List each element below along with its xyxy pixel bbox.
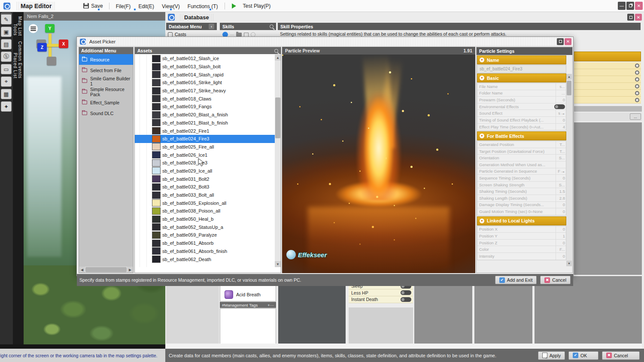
toggle-switch[interactable] — [401, 290, 411, 295]
settings-value[interactable]: 1 → — [556, 233, 566, 239]
settings-scrollbar[interactable]: ▲ ▼ — [566, 74, 572, 266]
settings-row[interactable]: Shaking Timing (Seconds) 1.5 → — [477, 188, 566, 195]
search-icon[interactable] — [274, 49, 278, 53]
preview-canvas[interactable]: Effekseer — [282, 55, 475, 273]
asset-row[interactable]: sb_ef_battle033_Bolt_all — [135, 191, 275, 199]
settings-value[interactable]: 0 → — [556, 208, 566, 215]
monitor-icon[interactable]: ▭ — [1, 64, 12, 74]
additional-menu-item[interactable]: Simple Resource Pack — [79, 86, 133, 97]
horizontal-scrollbar[interactable]: ◀ ▶ — [79, 267, 133, 273]
settings-row[interactable]: Intensity 0 → — [477, 253, 566, 260]
settings-value[interactable]: 1.5 → — [556, 188, 566, 195]
asset-row[interactable]: sb_ef_battle050_Heal_b — [135, 215, 275, 223]
asset-row[interactable]: sb_ef_battle032_Bolt3 — [135, 183, 275, 191]
settings-value[interactable]: 0 → — [556, 175, 566, 181]
settings-value[interactable]: F → — [556, 168, 566, 175]
asset-row[interactable]: sb_ef_battle025_Fire_all — [135, 143, 275, 151]
dialog-cancel-button[interactable]: ✖ Cancel — [540, 276, 571, 284]
settings-row[interactable]: Sequence Timing (Seconds) 0 → — [477, 175, 566, 182]
settings-row[interactable]: Damage Display Timing (Seconds... 0 → — [477, 202, 566, 209]
asset-row[interactable]: sb_ef_battle013_Slash_bolt — [135, 63, 275, 71]
folder-icon[interactable] — [236, 33, 242, 37]
settings-row[interactable]: Prewarm (Seconds) 0 → — [477, 97, 566, 103]
settings-row[interactable]: Guard Motion Timing (sec) 0=None 0 → — [477, 208, 566, 215]
collapse-icon[interactable]: ‹ — [209, 24, 214, 29]
settings-value[interactable]: 0 → — [556, 97, 566, 103]
asset-row[interactable]: sb_ef_battle035_Explosion_all — [135, 199, 275, 207]
slope-icon[interactable]: Ⓢ — [1, 52, 12, 62]
skill-list-item[interactable]: Acid Breath — [220, 288, 276, 301]
property-row[interactable] — [574, 62, 641, 69]
additional-menu-item[interactable]: Smile Game Builder 1 — [79, 76, 133, 86]
more-button[interactable]: ... — [630, 113, 641, 120]
settings-value[interactable]: 4 → — [556, 124, 566, 131]
settings-row[interactable]: Effect Play Time (Seconds) 0=Aut... 4 → — [477, 124, 566, 131]
asset-row[interactable]: sb_ef_battle059_Paralyze — [135, 231, 275, 239]
settings-value[interactable]: s → — [556, 110, 566, 116]
add-tag-button[interactable]: +··· — [267, 303, 274, 307]
asset-row[interactable]: sb_ef_battle014_Slash_rapid — [135, 70, 275, 79]
settings-row[interactable]: Screen Shaking Strength S... → — [477, 182, 566, 189]
section-battle-effects[interactable]: ▼ For Battle Effects — [477, 131, 566, 140]
scroll-right-icon[interactable]: ▶ — [127, 267, 133, 273]
event-folder-icon[interactable]: ▦ — [1, 89, 12, 99]
vertical-tab[interactable]: Common Events — [18, 40, 22, 80]
settings-row[interactable]: Position Y 1 → — [477, 233, 566, 240]
scroll-left-icon[interactable]: ◀ — [79, 267, 85, 273]
additional-menu-item[interactable]: Sound DLC — [79, 108, 133, 119]
save-button[interactable]: Save — [80, 2, 106, 10]
asset-row[interactable]: sb_ef_battle022_Fire1 — [135, 127, 275, 135]
menu-item[interactable]: File(F) — [112, 2, 135, 11]
minimize-button[interactable]: — — [618, 2, 626, 10]
property-row[interactable] — [574, 97, 641, 103]
additional-menu-item[interactable]: Select from File — [79, 65, 133, 76]
additional-menu-item[interactable]: Effect_Sample — [79, 97, 133, 108]
apply-button[interactable]: Apply — [538, 351, 565, 360]
asset-row[interactable]: sb_ef_battle024_Fire3 — [135, 135, 275, 143]
settings-value[interactable]: S... → — [556, 155, 566, 161]
settings-value[interactable]: T... → — [556, 148, 566, 155]
settings-value[interactable]: T... → — [556, 141, 566, 148]
camera-icon[interactable]: ⌖ — [1, 76, 12, 87]
settings-value[interactable]: 0 → — [556, 240, 566, 246]
copy-icon[interactable] — [244, 33, 249, 37]
settings-row[interactable]: Shaking Length (Seconds) 2.8 → — [477, 195, 566, 202]
settings-value[interactable]: s... → — [556, 83, 566, 90]
toggle-switch[interactable] — [554, 104, 565, 109]
vertical-scrollbar[interactable]: ▲ ▼ — [275, 55, 281, 267]
property-row[interactable] — [574, 76, 641, 83]
settings-row[interactable]: Generation Method When Used as... → — [477, 161, 566, 168]
settings-value[interactable]: 2.8 → — [556, 195, 566, 201]
settings-row[interactable]: Folder Name ... → — [477, 90, 566, 97]
settings-row[interactable]: Sound Effect s → — [477, 110, 566, 117]
settings-row[interactable]: Position Z 0 → — [477, 240, 566, 246]
settings-value[interactable]: F... → — [556, 246, 566, 252]
settings-row[interactable]: Orientation S... → — [477, 155, 566, 161]
asset-row[interactable]: sb_ef_battle018_Claws — [135, 94, 275, 103]
db-close-button[interactable]: ✕ — [635, 14, 642, 21]
vertical-tab[interactable]: Tools — [13, 22, 18, 37]
settings-row[interactable]: File Name s... → — [477, 83, 566, 90]
menu-item[interactable]: Functions (T) — [184, 2, 222, 11]
asset-row[interactable]: sb_ef_battle031_Bolt2 — [135, 175, 275, 183]
additional-menu-item[interactable]: Resource — [79, 54, 133, 65]
test-play-button[interactable]: Test Play(P) — [239, 1, 275, 11]
name-value-field[interactable]: sb_ef_battle024_Fire3 — [477, 65, 566, 73]
asset-row[interactable]: sb_ef_battle016_Strike_light — [135, 79, 275, 87]
gizmo-z-axis[interactable]: Z — [37, 43, 47, 52]
asset-row[interactable]: sb_ef_battle029_Ice_all — [135, 167, 275, 175]
scroll-up-icon[interactable]: ▲ — [566, 74, 572, 79]
settings-row[interactable]: Position X 0 → — [477, 226, 566, 233]
vertical-tab[interactable]: Placed List — [13, 51, 18, 80]
terrain-box-icon[interactable]: ▤ — [1, 39, 12, 49]
scrollbar-thumb[interactable] — [85, 267, 127, 272]
dialog-close-button[interactable]: ✕ — [565, 38, 571, 45]
settings-value[interactable]: 0 → — [556, 226, 566, 233]
state-toggle-row[interactable]: Less HP — [349, 289, 413, 296]
asset-row[interactable]: sb_ef_battle020_Blast_a_finish — [135, 111, 275, 119]
property-row[interactable] — [574, 90, 641, 97]
settings-value[interactable]: 0 → — [556, 202, 566, 208]
section-basic[interactable]: ▼ Basic — [477, 73, 566, 82]
settings-row[interactable]: Generated Position T... → — [477, 141, 566, 148]
asset-row[interactable]: sb_ef_battle052_StatusUp_a — [135, 223, 275, 231]
